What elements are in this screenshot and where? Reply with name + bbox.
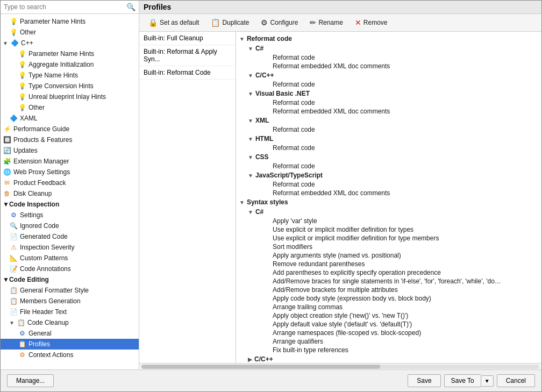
generated-code-icon: 📄 [9,232,18,241]
tree-item-label: Product Feedback [13,179,66,187]
apply-var-style: Apply 'var' style [247,217,539,225]
settings-icon: ⚙ [9,211,18,219]
html-header[interactable]: ▼ HTML [247,134,539,144]
tree-item-param-hints-1[interactable]: 💡 Parameter Name Hints [1,16,139,27]
search-input[interactable] [4,3,126,11]
other-icon-1: 💡 [9,28,18,37]
reformat-code-header[interactable]: ▼ Reformat code [238,34,539,44]
tree-item-unreal[interactable]: 💡 Unreal blueprint Inlay Hints [1,91,139,102]
right-header: Profiles [139,1,541,14]
tree-item-extension-manager[interactable]: 🧩 Extension Manager [1,156,139,167]
profile-item-reformat-apply[interactable]: Built-in: Reformat & Apply Syn... [139,45,236,66]
dialog-body: 🔍 💡 Parameter Name Hints 💡 Other ▼ 🔷 C++ [1,1,541,369]
tree-item-web-proxy[interactable]: 🌐 Web Proxy Settings [1,167,139,177]
profile-item-label: Built-in: Reformat Code [144,69,211,76]
duplicate-button[interactable]: 📋 Duplicate [206,16,254,29]
csharp-header[interactable]: ▼ C# [247,44,539,53]
xml-arrow: ▼ [248,118,253,124]
section-code-inspection[interactable]: ▼ Code Inspection [1,199,139,210]
cpp-detail-arrow: ▼ [248,73,253,79]
left-panel: 🔍 💡 Parameter Name Hints 💡 Other ▼ 🔷 C++ [1,1,139,369]
vbnet-header[interactable]: ▼ Visual Basic .NET [247,89,539,98]
tree-item-general-cleanup[interactable]: ⚙ General [1,328,139,339]
type-conv-icon: 💡 [18,82,26,90]
cancel-button[interactable]: Cancel [497,374,535,387]
code-inspection-arrow: ▼ [3,201,9,208]
save-to-dropdown-button[interactable]: ▼ [481,375,494,387]
disk-cleanup-icon: 🗑 [3,189,11,198]
tree-item-label: Products & Features [13,136,72,144]
tree-item-code-annotations[interactable]: 📝 Code Annotations [1,263,139,274]
syntax-csharp-header[interactable]: ▼ C# [247,207,539,217]
tree-item-profiles[interactable]: 📋 Profiles [1,339,139,350]
profiles-icon: 📋 [18,340,26,348]
xml-header[interactable]: ▼ XML [247,116,539,125]
tree-item-updates[interactable]: 🔄 Updates [1,145,139,156]
tree-item-label: Settings [20,211,43,219]
apply-args-style: Apply arguments style (named vs. positio… [247,251,539,260]
tree-item-other-1[interactable]: 💡 Other [1,27,139,38]
tree-item-code-cleanup-group[interactable]: ▼ 📋 Code Cleanup [1,317,139,328]
param-hints-cpp-icon: 💡 [18,49,26,58]
css-arrow: ▼ [248,154,253,160]
tree-item-context-actions[interactable]: ⚙ Context Actions [1,350,139,360]
tree-item-feedback[interactable]: ✉ Product Feedback [1,177,139,188]
syntax-cpp-header[interactable]: ▶ C/C++ [247,354,539,363]
vbnet-subsection: ▼ Visual Basic .NET Reformat code Reform… [238,89,539,116]
tree-item-label: Profiles [28,340,50,348]
tree-item-generated-code[interactable]: 📄 Generated Code [1,231,139,242]
rename-button[interactable]: ✏ Rename [305,16,347,29]
duplicate-icon: 📋 [211,18,220,27]
tree-item-label: Performance Guide [13,125,69,133]
tree-item-file-header[interactable]: 📄 File Header Text [1,307,139,317]
html-reformat-code: Reformat code [247,144,539,152]
tree-item-xaml[interactable]: 🔷 XAML [1,113,139,124]
jsts-header[interactable]: ▼ JavaScript/TypeScript [247,170,539,180]
feedback-icon: ✉ [3,179,11,187]
tree-item-label: Aggregate Initialization [28,61,94,68]
tree-item-other-cpp[interactable]: 💡 Other [1,102,139,113]
tree-item-inspection-severity[interactable]: ⚠ Inspection Severity [1,242,139,253]
tree-item-type-name-hints[interactable]: 💡 Type Name Hints [1,70,139,81]
search-box[interactable]: 🔍 [1,1,139,14]
search-icon: 🔍 [126,3,136,11]
tree-item-settings[interactable]: ⚙ Settings [1,210,139,220]
explicit-implicit-types: Use explicit or implicit modifier defini… [247,225,539,234]
syntax-csharp-arrow: ▼ [248,209,253,215]
profile-item-full-cleanup[interactable]: Built-in: Full Cleanup [139,32,236,45]
tree-item-cpp[interactable]: ▼ 🔷 C++ [1,38,139,48]
tree-item-general-formatter[interactable]: 📋 General Formatter Style [1,285,139,296]
h-scrollbar[interactable] [139,363,541,369]
configure-button[interactable]: ⚙ Configure [256,16,303,29]
tree-item-label: Extension Manager [13,158,69,165]
save-button[interactable]: Save [408,374,440,387]
apply-code-body: Apply code body style (expression body v… [247,294,539,303]
profile-item-reformat-code[interactable]: Built-in: Reformat Code [139,66,236,80]
add-remove-brackets: Add/Remove brackets for multiple attribu… [247,286,539,294]
section-code-editing[interactable]: ▼ Code Editing [1,274,139,285]
set-as-default-button[interactable]: 🔒 Set as default [144,16,204,29]
tree-item-label: Web Proxy Settings [13,168,70,176]
configure-label: Configure [270,19,298,26]
jsts-label: JavaScript/TypeScript [255,172,323,179]
tree-item-members-gen[interactable]: 📋 Members Generation [1,296,139,307]
tree-item-label: General [28,330,52,337]
tree-item-param-hints-cpp[interactable]: 💡 Parameter Name Hints [1,48,139,59]
tree-item-products[interactable]: 🔲 Products & Features [1,134,139,145]
save-to-button[interactable]: Save To [444,374,481,387]
tree-item-disk-cleanup[interactable]: 🗑 Disk Cleanup [1,188,139,199]
tree-item-label: Parameter Name Hints [20,18,85,25]
tree-item-ignored-code[interactable]: 🔍 Ignored Code [1,220,139,231]
syntax-styles-header[interactable]: ▼ Syntax styles [238,197,539,207]
tree-item-aggregate-init[interactable]: 💡 Aggregate Initialization [1,59,139,70]
tree-item-type-conversion[interactable]: 💡 Type Conversion Hints [1,81,139,91]
tree-item-performance[interactable]: ⚡ Performance Guide [1,124,139,134]
reformat-arrow: ▼ [239,36,245,42]
css-header[interactable]: ▼ CSS [247,152,539,162]
manage-button[interactable]: Manage... [7,374,54,387]
cpp-header[interactable]: ▼ C/C++ [247,70,539,80]
remove-button[interactable]: ✕ Remove [350,16,393,29]
tree-item-custom-patterns[interactable]: 📐 Custom Patterns [1,253,139,263]
syntax-cpp-label: C/C++ [254,355,273,363]
aggregate-icon: 💡 [18,60,26,69]
